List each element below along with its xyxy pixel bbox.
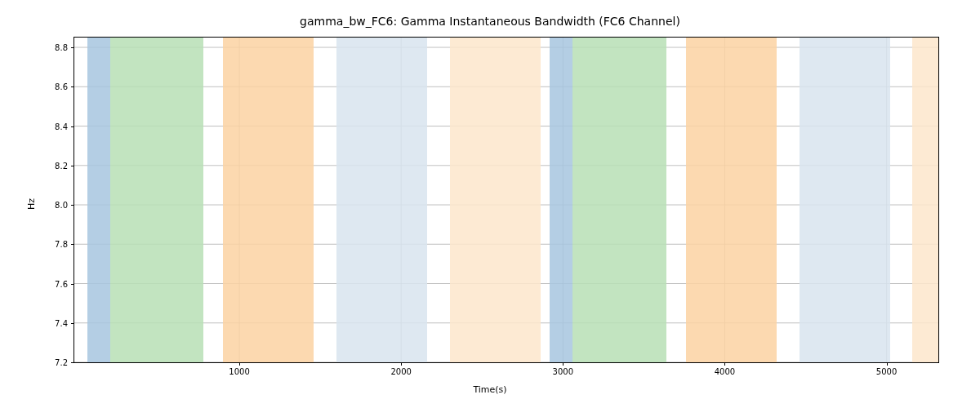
- figure: gamma_bw_FC6: Gamma Instantaneous Bandwi…: [0, 0, 980, 408]
- x-tick-label: 5000: [876, 367, 897, 376]
- y-tick-label: 8.6: [55, 82, 68, 91]
- y-tick-label: 8.0: [55, 201, 68, 210]
- y-tick-label: 8.4: [55, 122, 68, 131]
- plot-area: [74, 38, 938, 362]
- x-axis-label: Time(s): [473, 384, 506, 395]
- x-tick-label: 1000: [229, 367, 249, 376]
- y-tick-label: 8.2: [55, 161, 68, 170]
- highlight-span: [336, 38, 427, 362]
- x-tick-label: 3000: [553, 367, 573, 376]
- highlight-span: [572, 38, 666, 362]
- chart-title: gamma_bw_FC6: Gamma Instantaneous Bandwi…: [0, 15, 980, 28]
- y-tick-label: 7.8: [55, 240, 68, 249]
- highlight-span: [450, 38, 541, 362]
- highlight-span: [550, 38, 572, 362]
- y-tick-label: 7.2: [55, 358, 68, 367]
- highlight-span: [223, 38, 314, 362]
- y-axis-label: Hz: [26, 198, 37, 210]
- highlight-span: [686, 38, 777, 362]
- highlight-span: [110, 38, 204, 362]
- axes: 100020003000400050007.27.47.67.88.08.28.…: [74, 37, 939, 363]
- highlight-span: [912, 38, 938, 362]
- highlight-span: [87, 38, 110, 362]
- y-tick-label: 7.4: [55, 318, 68, 327]
- y-tick-label: 7.6: [55, 279, 68, 288]
- highlight-span: [800, 38, 890, 362]
- y-tick-label: 8.8: [55, 43, 68, 52]
- x-tick-label: 4000: [715, 367, 735, 376]
- x-tick-label: 2000: [390, 367, 411, 376]
